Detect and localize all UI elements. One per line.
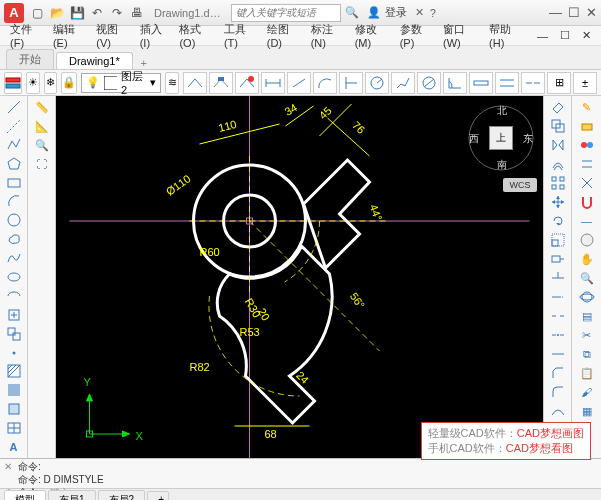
props1-tool[interactable] <box>576 117 598 135</box>
revcloud-tool[interactable] <box>3 230 25 248</box>
rectangle-tool[interactable] <box>3 174 25 192</box>
cmd-close-icon[interactable]: ✕ <box>4 460 16 472</box>
print-icon[interactable]: 🖶 <box>130 6 144 20</box>
new-icon[interactable]: ▢ <box>30 6 44 20</box>
layer-match-button[interactable]: ≋ <box>165 72 179 94</box>
magnet-tool[interactable] <box>576 193 598 211</box>
dim-continue-icon[interactable] <box>521 72 545 94</box>
dim-radius-icon[interactable] <box>365 72 389 94</box>
redo-icon[interactable]: ↷ <box>110 6 124 20</box>
layer-iso-icon[interactable] <box>183 72 207 94</box>
dim-diameter-icon[interactable] <box>417 72 441 94</box>
paste-tool[interactable]: 📋 <box>576 364 598 382</box>
mirror-tool[interactable] <box>547 136 569 154</box>
dim-break-icon[interactable]: ± <box>573 72 597 94</box>
help-icon[interactable]: ? <box>430 7 436 19</box>
tab-add-button[interactable]: + <box>135 57 153 69</box>
tab-start[interactable]: 开始 <box>6 49 54 69</box>
block-palette-tool[interactable]: ▦ <box>576 402 598 420</box>
props2-tool[interactable] <box>576 136 598 154</box>
layer-lock-button[interactable]: 🔒 <box>61 72 77 94</box>
open-icon[interactable]: 📂 <box>50 6 64 20</box>
layer-combo[interactable]: 💡 图层2 ▾ <box>81 73 161 93</box>
constraint1-tool[interactable] <box>576 155 598 173</box>
menu-view[interactable]: 视图(V) <box>92 22 131 49</box>
erase-tool[interactable] <box>547 98 569 116</box>
gradient-tool[interactable] <box>3 381 25 399</box>
array-tool[interactable] <box>547 174 569 192</box>
layer-iso2-icon[interactable] <box>209 72 233 94</box>
menu-edit[interactable]: 编辑(E) <box>49 22 88 49</box>
maximize-icon[interactable]: ☐ <box>568 5 580 20</box>
break-tool[interactable] <box>547 326 569 344</box>
tab-layout1[interactable]: 布局1 <box>48 490 96 501</box>
dim-baseline-icon[interactable] <box>495 72 519 94</box>
menu-help[interactable]: 帮助(H) <box>485 22 525 49</box>
pan-tool[interactable]: ✋ <box>576 250 598 268</box>
match-prop-tool[interactable]: 🖌 <box>576 383 598 401</box>
dim-aligned-icon[interactable] <box>287 72 311 94</box>
view-cube-top[interactable]: 上 <box>489 126 513 150</box>
distance-tool[interactable]: 📏 <box>31 98 53 116</box>
rotate-tool[interactable] <box>547 212 569 230</box>
zoom-extents-tool[interactable]: ⛶ <box>31 155 53 173</box>
join-tool[interactable] <box>547 345 569 363</box>
layer-properties-button[interactable] <box>4 72 22 94</box>
tab-layout2[interactable]: 布局2 <box>98 490 146 501</box>
hatch-tool[interactable] <box>3 362 25 380</box>
dim-angular-icon[interactable] <box>443 72 467 94</box>
ellipse-arc-tool[interactable] <box>3 287 25 305</box>
menu-modify[interactable]: 修改(M) <box>351 22 392 49</box>
ellipse-tool[interactable] <box>3 268 25 286</box>
make-block-tool[interactable] <box>3 325 25 343</box>
region-tool[interactable] <box>3 400 25 418</box>
menu-param[interactable]: 参数(P) <box>396 22 435 49</box>
blend-tool[interactable] <box>547 402 569 420</box>
search-icon[interactable]: 🔍 <box>345 6 359 19</box>
menu-draw[interactable]: 绘图(D) <box>263 22 303 49</box>
copy-tool[interactable] <box>547 117 569 135</box>
command-line[interactable]: ✕命令: 命令: D DIMSTYLE ⋮命令: 键入… <box>0 458 601 488</box>
move-tool[interactable] <box>547 193 569 211</box>
menu-tools[interactable]: 工具(T) <box>220 22 259 49</box>
layer-state-button[interactable]: ☀ <box>26 72 40 94</box>
dim-jog-icon[interactable] <box>391 72 415 94</box>
line-tool[interactable] <box>3 98 25 116</box>
polyline-tool[interactable] <box>3 136 25 154</box>
fillet-tool[interactable] <box>547 383 569 401</box>
extend-tool[interactable] <box>547 288 569 306</box>
point-tool[interactable] <box>3 344 25 362</box>
circle-tool[interactable] <box>3 211 25 229</box>
layer-iso3-icon[interactable] <box>235 72 259 94</box>
trim-tool[interactable] <box>547 269 569 287</box>
menu-format[interactable]: 格式(O) <box>175 22 215 49</box>
menu-insert[interactable]: 插入(I) <box>136 22 172 49</box>
chamfer-tool[interactable] <box>547 364 569 382</box>
text-tool[interactable]: A <box>3 438 25 456</box>
menu-dim[interactable]: 标注(N) <box>307 22 347 49</box>
orbit-tool[interactable] <box>576 288 598 306</box>
doc-close-icon[interactable]: ✕ <box>578 29 595 42</box>
exchange-icon[interactable]: ✕ <box>415 6 424 19</box>
login-button[interactable]: 👤 登录 <box>367 5 407 20</box>
dim-arc-icon[interactable] <box>313 72 337 94</box>
scale-tool[interactable] <box>547 231 569 249</box>
break-point-tool[interactable] <box>547 307 569 325</box>
minimize-icon[interactable]: — <box>549 5 562 20</box>
constraint2-tool[interactable] <box>576 174 598 192</box>
doc-minimize-icon[interactable]: — <box>533 30 552 42</box>
stretch-tool[interactable] <box>547 250 569 268</box>
dim-space-icon[interactable]: ⊞ <box>547 72 571 94</box>
spline-tool[interactable] <box>3 249 25 267</box>
insert-block-tool[interactable] <box>3 306 25 324</box>
zoom-window-tool[interactable]: 🔍 <box>31 136 53 154</box>
pencil-tool[interactable]: ✎ <box>576 98 598 116</box>
showmotion-tool[interactable]: ▤ <box>576 307 598 325</box>
dim-linear-icon[interactable] <box>261 72 285 94</box>
measure-tool[interactable]: 📐 <box>31 117 53 135</box>
undo-icon[interactable]: ↶ <box>90 6 104 20</box>
menu-window[interactable]: 窗口(W) <box>439 22 481 49</box>
offset-tool[interactable] <box>547 155 569 173</box>
view-cube[interactable]: 上 北 南 西 东 <box>465 102 537 174</box>
nav-wheel-tool[interactable] <box>576 231 598 249</box>
